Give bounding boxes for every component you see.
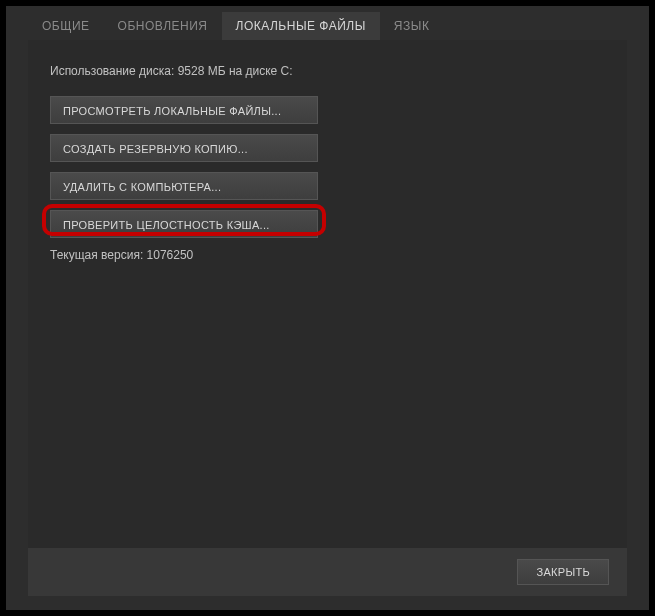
current-version-label: Текущая версия: 1076250 [50,248,605,262]
tab-general[interactable]: ОБЩИЕ [28,12,104,40]
tab-updates[interactable]: ОБНОВЛЕНИЯ [104,12,222,40]
footer-bar: ЗАКРЫТЬ [28,548,627,596]
properties-window: ОБЩИЕ ОБНОВЛЕНИЯ ЛОКАЛЬНЫЕ ФАЙЛЫ ЯЗЫК Ис… [6,6,649,610]
tab-local-files[interactable]: ЛОКАЛЬНЫЕ ФАЙЛЫ [222,12,380,40]
tab-bar: ОБЩИЕ ОБНОВЛЕНИЯ ЛОКАЛЬНЫЕ ФАЙЛЫ ЯЗЫК [6,6,649,40]
browse-local-files-button[interactable]: ПРОСМОТРЕТЬ ЛОКАЛЬНЫЕ ФАЙЛЫ... [50,96,318,124]
backup-game-button[interactable]: СОЗДАТЬ РЕЗЕРВНУЮ КОПИЮ... [50,134,318,162]
verify-cache-wrapper: ПРОВЕРИТЬ ЦЕЛОСТНОСТЬ КЭША... [50,210,318,238]
close-button[interactable]: ЗАКРЫТЬ [517,559,609,585]
disk-usage-label: Использование диска: 9528 МБ на диске C: [50,64,605,78]
delete-local-button[interactable]: УДАЛИТЬ С КОМПЬЮТЕРА... [50,172,318,200]
verify-cache-button[interactable]: ПРОВЕРИТЬ ЦЕЛОСТНОСТЬ КЭША... [50,210,318,238]
content-panel: Использование диска: 9528 МБ на диске C:… [28,40,627,548]
tab-language[interactable]: ЯЗЫК [380,12,444,40]
